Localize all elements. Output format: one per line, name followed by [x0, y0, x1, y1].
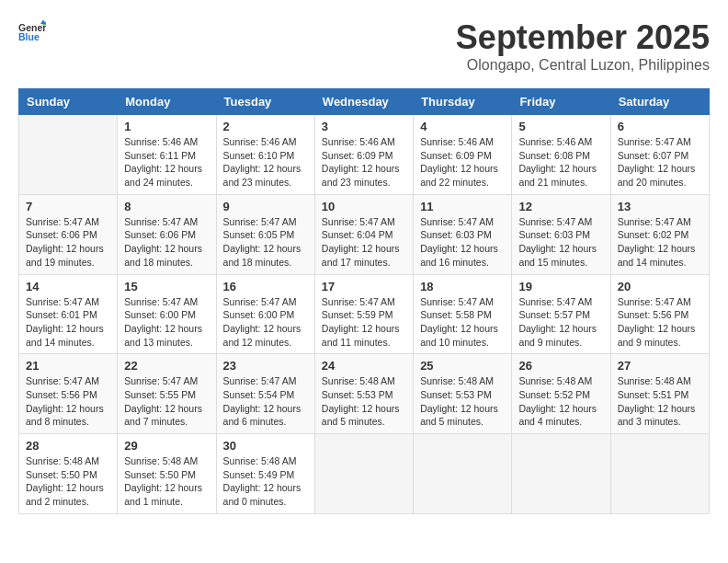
calendar-cell: 28Sunrise: 5:48 AMSunset: 5:50 PMDayligh… — [19, 434, 118, 514]
calendar-cell: 6Sunrise: 5:47 AMSunset: 6:07 PMDaylight… — [610, 115, 709, 195]
calendar-cell: 14Sunrise: 5:47 AMSunset: 6:01 PMDayligh… — [19, 274, 118, 354]
week-row-3: 14Sunrise: 5:47 AMSunset: 6:01 PMDayligh… — [19, 274, 710, 354]
calendar-cell: 30Sunrise: 5:48 AMSunset: 5:49 PMDayligh… — [216, 434, 314, 514]
day-info: Sunrise: 5:47 AMSunset: 6:03 PMDaylight:… — [518, 215, 603, 270]
title-area: September 2025 Olongapo, Central Luzon, … — [456, 18, 710, 74]
calendar-cell — [512, 434, 610, 514]
calendar-cell: 22Sunrise: 5:47 AMSunset: 5:55 PMDayligh… — [118, 354, 216, 434]
week-row-5: 28Sunrise: 5:48 AMSunset: 5:50 PMDayligh… — [19, 434, 710, 514]
day-number: 4 — [420, 120, 505, 133]
day-info: Sunrise: 5:47 AMSunset: 5:56 PMDaylight:… — [26, 374, 110, 429]
week-row-1: 1Sunrise: 5:46 AMSunset: 6:11 PMDaylight… — [19, 115, 710, 195]
day-number: 29 — [124, 439, 209, 453]
calendar-cell: 4Sunrise: 5:46 AMSunset: 6:09 PMDaylight… — [414, 115, 512, 195]
calendar-cell — [610, 434, 709, 514]
day-number: 2 — [223, 120, 308, 133]
day-number: 7 — [26, 200, 110, 213]
day-info: Sunrise: 5:47 AMSunset: 6:00 PMDaylight:… — [124, 295, 209, 350]
calendar-cell: 15Sunrise: 5:47 AMSunset: 6:00 PMDayligh… — [118, 274, 216, 354]
column-header-sunday: Sunday — [19, 89, 118, 115]
day-info: Sunrise: 5:46 AMSunset: 6:11 PMDaylight:… — [124, 135, 209, 190]
day-number: 19 — [518, 280, 603, 293]
day-info: Sunrise: 5:47 AMSunset: 6:01 PMDaylight:… — [26, 295, 110, 350]
day-info: Sunrise: 5:47 AMSunset: 5:54 PMDaylight:… — [223, 374, 308, 429]
day-info: Sunrise: 5:48 AMSunset: 5:50 PMDaylight:… — [26, 454, 110, 509]
column-header-friday: Friday — [512, 89, 610, 115]
day-number: 16 — [223, 280, 308, 293]
day-number: 13 — [618, 200, 702, 213]
day-number: 21 — [26, 359, 110, 373]
calendar-cell: 2Sunrise: 5:46 AMSunset: 6:10 PMDaylight… — [216, 115, 314, 195]
day-number: 14 — [26, 280, 110, 293]
day-info: Sunrise: 5:47 AMSunset: 6:00 PMDaylight:… — [223, 295, 308, 350]
calendar-cell: 7Sunrise: 5:47 AMSunset: 6:06 PMDaylight… — [19, 194, 118, 274]
location-title: Olongapo, Central Luzon, Philippines — [456, 57, 710, 74]
day-info: Sunrise: 5:48 AMSunset: 5:51 PMDaylight:… — [618, 374, 702, 429]
calendar-cell: 24Sunrise: 5:48 AMSunset: 5:53 PMDayligh… — [314, 354, 413, 434]
calendar-cell: 18Sunrise: 5:47 AMSunset: 5:58 PMDayligh… — [414, 274, 512, 354]
day-number: 8 — [124, 200, 209, 213]
calendar-cell: 17Sunrise: 5:47 AMSunset: 5:59 PMDayligh… — [314, 274, 413, 354]
column-header-saturday: Saturday — [610, 89, 709, 115]
calendar-cell — [314, 434, 413, 514]
day-info: Sunrise: 5:46 AMSunset: 6:08 PMDaylight:… — [518, 135, 603, 190]
day-number: 9 — [223, 200, 308, 213]
calendar-cell: 11Sunrise: 5:47 AMSunset: 6:03 PMDayligh… — [414, 194, 512, 274]
day-info: Sunrise: 5:48 AMSunset: 5:52 PMDaylight:… — [518, 374, 603, 429]
day-info: Sunrise: 5:47 AMSunset: 6:06 PMDaylight:… — [26, 215, 110, 270]
day-info: Sunrise: 5:47 AMSunset: 6:02 PMDaylight:… — [618, 215, 702, 270]
day-info: Sunrise: 5:47 AMSunset: 6:03 PMDaylight:… — [420, 215, 505, 270]
column-header-wednesday: Wednesday — [314, 89, 413, 115]
day-number: 5 — [518, 120, 603, 133]
day-info: Sunrise: 5:48 AMSunset: 5:53 PMDaylight:… — [322, 374, 406, 429]
calendar-cell: 8Sunrise: 5:47 AMSunset: 6:06 PMDaylight… — [118, 194, 216, 274]
week-row-2: 7Sunrise: 5:47 AMSunset: 6:06 PMDaylight… — [19, 194, 710, 274]
day-number: 27 — [618, 359, 702, 373]
calendar-cell: 13Sunrise: 5:47 AMSunset: 6:02 PMDayligh… — [610, 194, 709, 274]
calendar-cell: 3Sunrise: 5:46 AMSunset: 6:09 PMDaylight… — [314, 115, 413, 195]
calendar-cell — [414, 434, 512, 514]
day-number: 15 — [124, 280, 209, 293]
day-info: Sunrise: 5:47 AMSunset: 6:05 PMDaylight:… — [223, 215, 308, 270]
calendar-cell — [19, 115, 118, 195]
day-number: 18 — [420, 280, 505, 293]
day-number: 30 — [223, 439, 308, 453]
day-info: Sunrise: 5:47 AMSunset: 6:06 PMDaylight:… — [124, 215, 209, 270]
day-number: 10 — [322, 200, 406, 213]
calendar-cell: 23Sunrise: 5:47 AMSunset: 5:54 PMDayligh… — [216, 354, 314, 434]
day-number: 11 — [420, 200, 505, 213]
day-info: Sunrise: 5:47 AMSunset: 5:55 PMDaylight:… — [124, 374, 209, 429]
calendar-cell: 29Sunrise: 5:48 AMSunset: 5:50 PMDayligh… — [118, 434, 216, 514]
day-number: 12 — [518, 200, 603, 213]
calendar-cell: 5Sunrise: 5:46 AMSunset: 6:08 PMDaylight… — [512, 115, 610, 195]
calendar-cell: 12Sunrise: 5:47 AMSunset: 6:03 PMDayligh… — [512, 194, 610, 274]
calendar-cell: 19Sunrise: 5:47 AMSunset: 5:57 PMDayligh… — [512, 274, 610, 354]
column-header-thursday: Thursday — [414, 89, 512, 115]
column-header-tuesday: Tuesday — [216, 89, 314, 115]
calendar-cell: 21Sunrise: 5:47 AMSunset: 5:56 PMDayligh… — [19, 354, 118, 434]
day-number: 25 — [420, 359, 505, 373]
day-number: 1 — [124, 120, 209, 133]
day-info: Sunrise: 5:47 AMSunset: 5:59 PMDaylight:… — [322, 295, 406, 350]
calendar-cell: 10Sunrise: 5:47 AMSunset: 6:04 PMDayligh… — [314, 194, 413, 274]
calendar-cell: 25Sunrise: 5:48 AMSunset: 5:53 PMDayligh… — [414, 354, 512, 434]
day-info: Sunrise: 5:48 AMSunset: 5:50 PMDaylight:… — [124, 454, 209, 509]
day-number: 20 — [618, 280, 702, 293]
calendar-cell: 9Sunrise: 5:47 AMSunset: 6:05 PMDaylight… — [216, 194, 314, 274]
week-row-4: 21Sunrise: 5:47 AMSunset: 5:56 PMDayligh… — [19, 354, 710, 434]
calendar-cell: 26Sunrise: 5:48 AMSunset: 5:52 PMDayligh… — [512, 354, 610, 434]
day-number: 24 — [322, 359, 406, 373]
logo-icon: General Blue — [18, 18, 46, 46]
day-info: Sunrise: 5:46 AMSunset: 6:10 PMDaylight:… — [223, 135, 308, 190]
day-info: Sunrise: 5:47 AMSunset: 5:56 PMDaylight:… — [618, 295, 702, 350]
day-info: Sunrise: 5:47 AMSunset: 5:58 PMDaylight:… — [420, 295, 505, 350]
month-title: September 2025 — [456, 18, 710, 57]
calendar-cell: 20Sunrise: 5:47 AMSunset: 5:56 PMDayligh… — [610, 274, 709, 354]
day-number: 23 — [223, 359, 308, 373]
day-info: Sunrise: 5:47 AMSunset: 5:57 PMDaylight:… — [518, 295, 603, 350]
column-header-monday: Monday — [118, 89, 216, 115]
day-number: 17 — [322, 280, 406, 293]
day-info: Sunrise: 5:48 AMSunset: 5:53 PMDaylight:… — [420, 374, 505, 429]
calendar-cell: 16Sunrise: 5:47 AMSunset: 6:00 PMDayligh… — [216, 274, 314, 354]
svg-text:Blue: Blue — [18, 31, 40, 42]
